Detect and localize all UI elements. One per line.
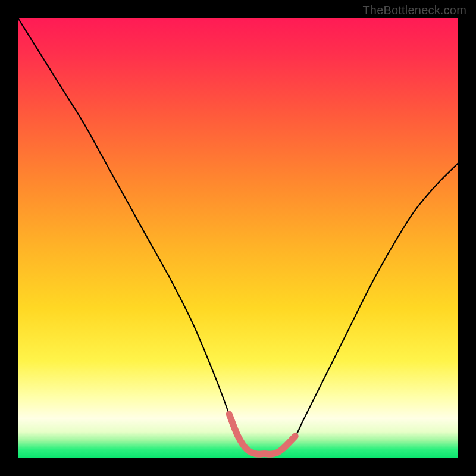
plot-area — [18, 18, 458, 458]
bottleneck-curve — [18, 18, 458, 454]
curve-layer — [18, 18, 458, 458]
watermark-text: TheBottleneck.com — [362, 4, 466, 17]
chart-frame: TheBottleneck.com — [0, 0, 476, 476]
optimal-zone-highlight — [229, 414, 295, 454]
